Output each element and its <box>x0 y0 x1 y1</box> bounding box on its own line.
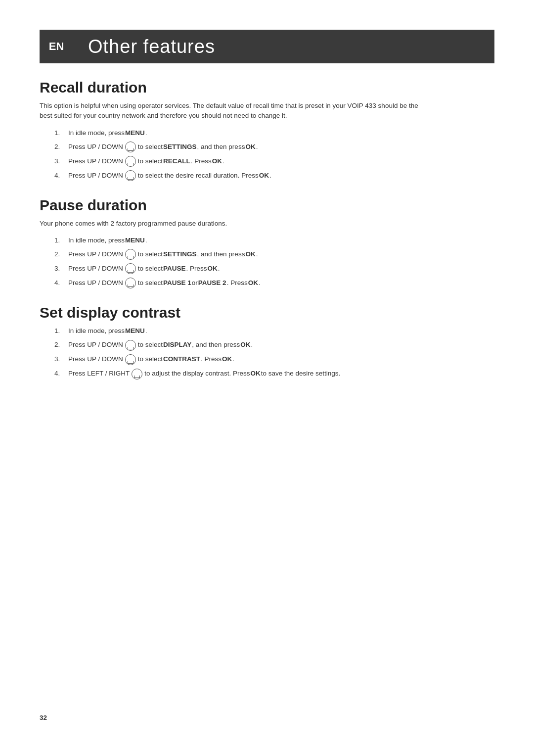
nav-button-icon <box>125 156 136 167</box>
sections-container: Recall durationThis option is helpful wh… <box>40 79 494 379</box>
step-content: In idle mode, press MENU. <box>68 326 147 336</box>
step-text: Press UP / DOWN <box>68 249 123 259</box>
nav-button-icon <box>132 369 142 379</box>
step-text: Press UP / DOWN <box>68 156 123 166</box>
step-text: or <box>192 278 198 288</box>
step-text: Press UP / DOWN <box>68 171 123 181</box>
step-bold: PAUSE 2 <box>198 278 226 288</box>
step-text: . <box>222 156 224 166</box>
step-recall-duration-4: 4.Press UP / DOWN to select the desire r… <box>54 170 494 181</box>
step-text: to select the desire recall duration. Pr… <box>138 171 259 181</box>
step-num: 1. <box>54 326 68 336</box>
step-text: to select <box>138 340 163 350</box>
step-num: 2. <box>54 142 68 152</box>
step-text: In idle mode, press <box>68 236 125 245</box>
step-bold: OK <box>212 156 222 166</box>
step-content: In idle mode, press MENU. <box>68 236 147 245</box>
section-title-set-display-contrast: Set display contrast <box>40 304 494 321</box>
step-content: Press UP / DOWN to select SETTINGS, and … <box>68 249 258 260</box>
step-bold: SETTINGS <box>163 142 197 152</box>
step-num: 3. <box>54 156 68 166</box>
step-text: to select <box>138 249 163 259</box>
step-content: Press UP / DOWN to select PAUSE. Press O… <box>68 263 220 274</box>
step-bold: CONTRAST <box>163 354 200 364</box>
step-text: . <box>145 236 147 245</box>
step-text: . Press <box>186 264 207 274</box>
step-bold: RECALL <box>163 156 190 166</box>
step-set-display-contrast-3: 3.Press UP / DOWN to select CONTRAST. Pr… <box>54 354 494 365</box>
step-pause-duration-1: 1.In idle mode, press MENU. <box>54 236 494 245</box>
step-text: Press UP / DOWN <box>68 142 123 152</box>
step-bold: OK <box>245 142 255 152</box>
step-text: , and then press <box>197 142 245 152</box>
nav-button-icon <box>125 263 136 274</box>
step-bold: MENU <box>125 326 145 336</box>
step-text: to select <box>138 156 163 166</box>
step-text: . <box>256 249 258 259</box>
step-pause-duration-4: 4.Press UP / DOWN to select PAUSE 1 or P… <box>54 278 494 288</box>
nav-button-icon <box>125 278 136 288</box>
header-bar: EN Other features <box>40 30 494 63</box>
step-text: . <box>145 128 147 138</box>
instr-list-set-display-contrast: 1.In idle mode, press MENU.2.Press UP / … <box>54 326 494 379</box>
page-number: 32 <box>40 714 47 721</box>
step-num: 1. <box>54 236 68 245</box>
step-text: In idle mode, press <box>68 128 125 138</box>
instr-list-recall-duration: 1.In idle mode, press MENU.2.Press UP / … <box>54 128 494 181</box>
step-text: . Press <box>227 278 248 288</box>
step-text: Press UP / DOWN <box>68 278 123 288</box>
step-text: to adjust the display contrast. Press <box>144 369 250 378</box>
step-bold: PAUSE 1 <box>163 278 191 288</box>
step-pause-duration-3: 3.Press UP / DOWN to select PAUSE. Press… <box>54 263 494 274</box>
en-badge: EN <box>40 30 73 63</box>
page: EN Other features Recall durationThis op… <box>0 0 534 756</box>
step-text: , and then press <box>197 249 245 259</box>
nav-button-icon <box>125 142 136 152</box>
step-text: to select <box>138 278 163 288</box>
step-bold: OK <box>240 340 250 350</box>
step-content: Press UP / DOWN to select the desire rec… <box>68 170 271 181</box>
step-bold: MENU <box>125 128 145 138</box>
step-bold: OK <box>248 278 258 288</box>
step-content: Press UP / DOWN to select SETTINGS, and … <box>68 142 258 152</box>
step-text: . Press <box>191 156 212 166</box>
step-text: . <box>259 278 261 288</box>
step-num: 3. <box>54 264 68 274</box>
step-bold: SETTINGS <box>163 249 197 259</box>
step-text: . <box>232 354 234 364</box>
step-bold: OK <box>208 264 218 274</box>
step-text: . <box>218 264 220 274</box>
section-title-recall-duration: Recall duration <box>40 79 494 96</box>
nav-button-icon <box>125 249 136 260</box>
step-bold: OK <box>222 354 232 364</box>
step-set-display-contrast-1: 1.In idle mode, press MENU. <box>54 326 494 336</box>
step-pause-duration-2: 2.Press UP / DOWN to select SETTINGS, an… <box>54 249 494 260</box>
step-text: Press UP / DOWN <box>68 340 123 350</box>
step-content: Press LEFT / RIGHT to adjust the display… <box>68 369 340 379</box>
step-text: Press UP / DOWN <box>68 354 123 364</box>
step-text: , and then press <box>192 340 240 350</box>
step-bold: OK <box>259 171 269 181</box>
step-content: In idle mode, press MENU. <box>68 128 147 138</box>
step-recall-duration-2: 2.Press UP / DOWN to select SETTINGS, an… <box>54 142 494 152</box>
step-content: Press UP / DOWN to select DISPLAY, and t… <box>68 340 253 351</box>
step-content: Press UP / DOWN to select CONTRAST. Pres… <box>68 354 234 365</box>
step-text: to select <box>138 354 163 364</box>
nav-button-icon <box>125 340 136 351</box>
step-content: Press UP / DOWN to select PAUSE 1 or PAU… <box>68 278 261 288</box>
step-text: . <box>256 142 258 152</box>
step-bold: MENU <box>125 236 145 245</box>
step-text: to save the desire settings. <box>261 369 341 378</box>
step-text: Press LEFT / RIGHT <box>68 369 130 378</box>
step-set-display-contrast-4: 4.Press LEFT / RIGHT to adjust the displ… <box>54 369 494 379</box>
step-text: Press UP / DOWN <box>68 264 123 274</box>
step-num: 1. <box>54 128 68 138</box>
step-recall-duration-1: 1.In idle mode, press MENU. <box>54 128 494 138</box>
section-desc-recall-duration: This option is helpful when using operat… <box>40 101 425 121</box>
nav-button-icon <box>125 170 136 181</box>
step-bold: OK <box>245 249 255 259</box>
step-text: . <box>269 171 271 181</box>
section-title-pause-duration: Pause duration <box>40 197 494 214</box>
step-text: to select <box>138 142 163 152</box>
instr-list-pause-duration: 1.In idle mode, press MENU.2.Press UP / … <box>54 236 494 288</box>
